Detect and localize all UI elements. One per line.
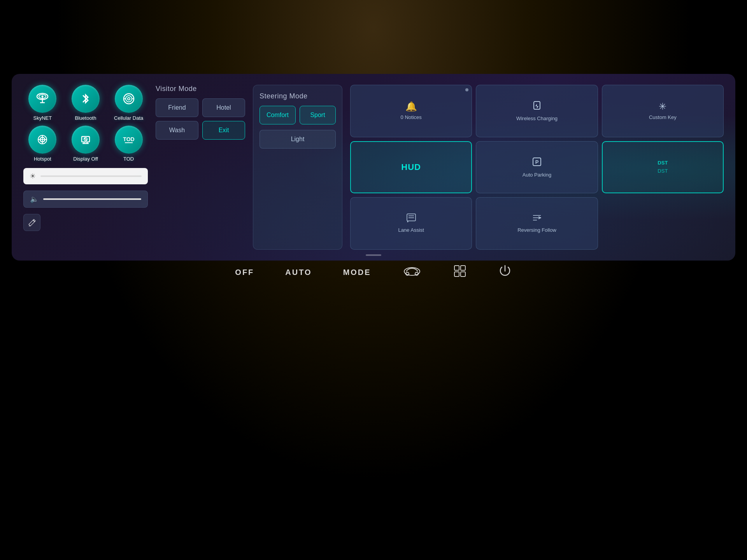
steering-mode-grid: Comfort Sport — [260, 106, 336, 124]
hotspot-label: Hotspot — [34, 156, 51, 162]
notices-label: 0 Notices — [401, 114, 422, 121]
svg-point-26 — [407, 221, 408, 222]
auto-parking-button[interactable]: P Auto Parking — [476, 141, 598, 194]
reversing-follow-label: Reversing Follow — [517, 227, 556, 234]
friend-button[interactable]: Friend — [156, 98, 198, 117]
connectivity-grid: SkyNET Bluetooth — [23, 85, 148, 162]
display-off-icon — [72, 126, 100, 154]
cellular-icon — [115, 85, 143, 113]
visitor-mode-panel: Visitor Mode Friend Hotel Wash Exit — [156, 85, 245, 250]
volume-icon: 🔈 — [30, 195, 39, 203]
custom-key-button[interactable]: ✳ Custom Key — [602, 85, 724, 137]
notices-button[interactable]: 🔔 0 Notices — [350, 85, 472, 137]
light-button[interactable]: Light — [260, 130, 336, 149]
cellular-label: Cellular Data — [114, 115, 143, 121]
skynet-button[interactable]: SkyNET — [23, 85, 62, 121]
custom-key-label: Custom Key — [649, 114, 677, 121]
svg-rect-35 — [454, 272, 459, 276]
sport-button[interactable]: Sport — [300, 106, 336, 124]
svg-point-2 — [42, 96, 44, 98]
dst-button[interactable]: DST DST — [602, 141, 724, 194]
bluetooth-icon — [72, 85, 100, 113]
volume-slider-container[interactable]: 🔈 — [23, 191, 148, 208]
skynet-icon — [28, 85, 56, 113]
display-off-button[interactable]: Display Off — [67, 126, 105, 162]
dst-label-bottom: DST — [658, 168, 668, 175]
visitor-mode-title: Visitor Mode — [156, 85, 245, 93]
hud-button[interactable]: HUD — [350, 141, 472, 194]
feature-grid: 🔔 0 Notices Wireless Charging ✳ Custom K… — [350, 85, 724, 250]
hotspot-icon — [28, 126, 56, 154]
display-off-label: Display Off — [73, 156, 98, 162]
visitor-mode-grid: Friend Hotel Wash Exit — [156, 98, 245, 140]
edit-icon — [28, 218, 36, 227]
svg-point-7 — [128, 98, 130, 100]
volume-track[interactable] — [43, 198, 141, 200]
bottom-controls: OFF AUTO MODE — [0, 257, 747, 288]
brightness-icon: ☀ — [30, 172, 36, 180]
auto-parking-icon: P — [531, 156, 542, 170]
main-screen: SkyNET Bluetooth — [12, 74, 735, 261]
steering-mode-title: Steering Mode — [260, 92, 336, 100]
svg-point-6 — [126, 96, 132, 102]
reversing-follow-button[interactable]: Reversing Follow — [476, 197, 598, 250]
bluetooth-label: Bluetooth — [75, 115, 96, 121]
auto-parking-label: Auto Parking — [523, 172, 551, 178]
reversing-follow-icon — [531, 213, 542, 225]
power-icon[interactable] — [498, 264, 512, 281]
wireless-charging-button[interactable]: Wireless Charging — [476, 85, 598, 137]
brightness-slider-container[interactable]: ☀ — [23, 168, 148, 184]
cellular-button[interactable]: Cellular Data — [109, 85, 148, 121]
svg-text:P: P — [535, 159, 539, 165]
hud-label: HUD — [401, 162, 421, 172]
comfort-button[interactable]: Comfort — [260, 106, 296, 124]
tod-icon: TOD — [115, 126, 143, 154]
wireless-charging-icon — [531, 100, 542, 113]
mode-button[interactable]: MODE — [343, 268, 371, 277]
hotel-button[interactable]: Hotel — [202, 98, 245, 117]
svg-rect-34 — [461, 266, 465, 270]
hotspot-button[interactable]: Hotspot — [23, 126, 62, 162]
wash-button[interactable]: Wash — [156, 121, 198, 140]
steering-mode-panel: Steering Mode Comfort Sport Light — [253, 85, 342, 250]
grid-icon[interactable] — [453, 264, 467, 281]
bluetooth-button[interactable]: Bluetooth — [67, 85, 105, 121]
notices-icon: 🔔 — [405, 101, 417, 112]
wireless-charging-label: Wireless Charging — [516, 116, 558, 122]
svg-rect-33 — [454, 266, 459, 270]
lane-assist-button[interactable]: Lane Assist — [350, 197, 472, 250]
edit-button[interactable] — [23, 214, 40, 231]
skynet-label: SkyNET — [33, 115, 52, 121]
off-button[interactable]: OFF — [235, 268, 254, 277]
car-icon[interactable] — [402, 264, 422, 280]
tod-button[interactable]: TOD TOD — [109, 126, 148, 162]
screen-indicator — [366, 254, 381, 256]
dst-label-top: DST — [658, 160, 668, 166]
custom-key-icon: ✳ — [659, 101, 666, 112]
auto-button[interactable]: AUTO — [285, 268, 312, 277]
notices-badge — [465, 88, 468, 91]
lane-assist-label: Lane Assist — [398, 227, 424, 234]
svg-rect-23 — [407, 214, 416, 221]
svg-rect-36 — [461, 272, 465, 276]
lane-assist-icon — [406, 213, 417, 225]
brightness-track[interactable] — [40, 175, 142, 177]
left-panel: SkyNET Bluetooth — [23, 85, 148, 250]
svg-text:TOD: TOD — [123, 136, 134, 142]
exit-button[interactable]: Exit — [202, 121, 245, 140]
tod-label: TOD — [123, 156, 134, 162]
